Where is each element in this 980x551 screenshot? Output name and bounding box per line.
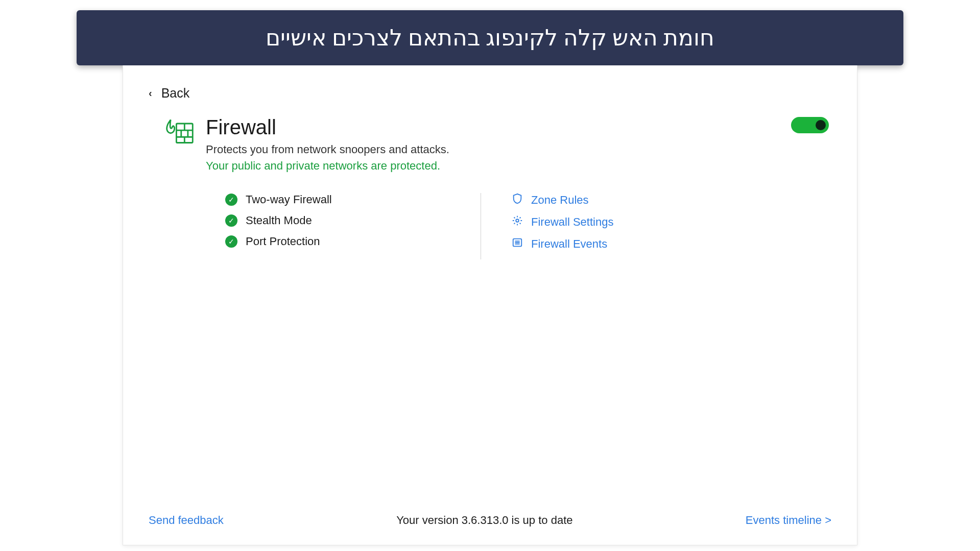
- list-icon: [512, 237, 523, 251]
- main-header: Firewall Protects you from network snoop…: [123, 111, 857, 173]
- version-text: Your version 3.6.313.0 is up to date: [396, 514, 572, 527]
- send-feedback-link[interactable]: Send feedback: [149, 514, 224, 527]
- feature-item: ✓ Port Protection: [225, 235, 481, 248]
- svg-point-7: [516, 219, 519, 222]
- links-column: Zone Rules Firewall Settings: [512, 193, 716, 259]
- feature-label: Port Protection: [246, 235, 320, 248]
- chevron-left-icon: ‹: [149, 87, 152, 99]
- firewall-events-link[interactable]: Firewall Events: [512, 237, 716, 251]
- check-icon: ✓: [225, 235, 237, 248]
- firewall-toggle[interactable]: [791, 117, 829, 133]
- banner-text: חומת האש קלה לקינפוג בהתאם לצרכים אישיים: [266, 26, 714, 51]
- events-timeline-link[interactable]: Events timeline >: [746, 514, 831, 527]
- feature-label: Stealth Mode: [246, 214, 312, 227]
- header-text: Firewall Protects you from network snoop…: [206, 116, 831, 173]
- feature-item: ✓ Two-way Firewall: [225, 193, 481, 206]
- back-button[interactable]: ‹ Back: [123, 65, 857, 111]
- promo-banner: חומת האש קלה לקינפוג בהתאם לצרכים אישיים: [77, 10, 903, 65]
- features-row: ✓ Two-way Firewall ✓ Stealth Mode ✓ Port…: [123, 173, 857, 259]
- app-window: ‹ Back Firewall Protects you from networ…: [123, 65, 857, 545]
- link-label: Firewall Settings: [531, 215, 613, 229]
- page-title: Firewall: [206, 116, 831, 139]
- divider: [481, 193, 481, 259]
- feature-label: Two-way Firewall: [246, 193, 332, 206]
- gear-icon: [512, 215, 523, 229]
- back-label: Back: [161, 86, 190, 101]
- check-icon: ✓: [225, 214, 237, 227]
- firewall-settings-link[interactable]: Firewall Settings: [512, 215, 716, 229]
- features-column: ✓ Two-way Firewall ✓ Stealth Mode ✓ Port…: [225, 193, 481, 259]
- page-subtitle: Protects you from network snoopers and a…: [206, 143, 831, 156]
- footer: Send feedback Your version 3.6.313.0 is …: [123, 514, 857, 527]
- link-label: Zone Rules: [531, 194, 589, 207]
- link-label: Firewall Events: [531, 237, 607, 251]
- status-text: Your public and private networks are pro…: [206, 159, 831, 173]
- zone-rules-link[interactable]: Zone Rules: [512, 193, 716, 207]
- feature-item: ✓ Stealth Mode: [225, 214, 481, 227]
- firewall-icon: [164, 116, 195, 149]
- shield-icon: [512, 193, 523, 207]
- toggle-knob: [816, 120, 826, 130]
- check-icon: ✓: [225, 194, 237, 206]
